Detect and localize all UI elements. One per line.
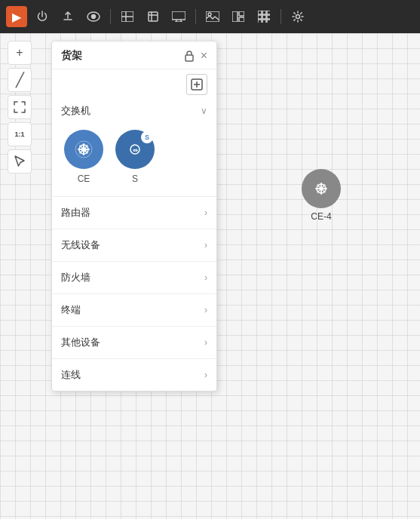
other-label: 其他设备 — [61, 336, 100, 349]
wireless-label: 无线设备 — [61, 238, 100, 252]
svg-rect-23 — [258, 20, 262, 23]
settings-icon[interactable] — [287, 6, 308, 27]
switch-section-header[interactable]: 交换机 ∨ — [52, 98, 216, 124]
cursor-button[interactable] — [8, 149, 32, 174]
canvas-area[interactable]: + ╱ 1:1 货架 × — [0, 33, 420, 519]
lock-icon[interactable] — [184, 50, 195, 62]
svg-rect-21 — [262, 15, 266, 19]
terminal-arrow: › — [204, 305, 207, 315]
svg-point-26 — [296, 15, 300, 19]
s-badge: S — [141, 131, 153, 143]
router-arrow: › — [204, 207, 207, 218]
toolbar: ▶ — [0, 0, 420, 33]
ratio-button[interactable]: 1:1 — [8, 122, 32, 146]
panel-add-button[interactable] — [186, 74, 207, 95]
device-ce[interactable]: ⇔ CE — [64, 130, 103, 184]
add-button[interactable]: + — [8, 41, 32, 65]
monitor-icon[interactable] — [168, 6, 189, 27]
svg-rect-17 — [258, 11, 262, 14]
firewall-label: 防火墙 — [61, 271, 90, 284]
links-label: 连线 — [61, 368, 81, 382]
router-label: 路由器 — [61, 206, 90, 220]
svg-rect-19 — [267, 11, 270, 14]
links-section[interactable]: 连线 › — [52, 358, 216, 391]
separator-3 — [281, 9, 281, 24]
draw-line-button[interactable]: ╱ — [8, 68, 32, 92]
svg-rect-25 — [267, 20, 270, 23]
layout-icon[interactable] — [228, 6, 249, 27]
grid-icon[interactable] — [253, 6, 274, 27]
svg-rect-18 — [262, 11, 266, 14]
svg-rect-20 — [258, 15, 262, 19]
power-icon[interactable] — [32, 6, 53, 27]
s-label: S — [132, 174, 138, 184]
svg-rect-24 — [262, 20, 266, 23]
crop-icon[interactable] — [143, 6, 164, 27]
svg-text:⇔: ⇔ — [81, 147, 87, 154]
svg-rect-8 — [172, 11, 185, 20]
ce4-label: CE-4 — [311, 211, 331, 222]
list-icon[interactable] — [117, 6, 138, 27]
svg-point-1 — [92, 15, 96, 19]
panel-header: 货架 × — [52, 41, 216, 69]
image-icon[interactable] — [202, 6, 223, 27]
firewall-section[interactable]: 防火墙 › — [52, 261, 216, 293]
svg-rect-16 — [239, 17, 244, 22]
wireless-section[interactable]: 无线设备 › — [52, 229, 216, 261]
panel-add-row — [52, 69, 216, 98]
canvas-node-ce4[interactable]: CE-4 — [302, 169, 341, 222]
svg-rect-27 — [185, 55, 193, 61]
terminal-section[interactable]: 终端 › — [52, 293, 216, 326]
links-arrow: › — [204, 370, 207, 380]
play-icon[interactable]: ▶ — [6, 6, 27, 27]
panel-title: 货架 — [61, 49, 82, 63]
wireless-arrow: › — [204, 240, 207, 250]
left-toolbar: + ╱ 1:1 — [8, 41, 32, 174]
panel-header-icons: × — [184, 49, 207, 63]
svg-rect-5 — [149, 12, 158, 21]
firewall-arrow: › — [204, 272, 207, 283]
terminal-label: 终端 — [61, 303, 81, 317]
svg-rect-15 — [239, 11, 244, 16]
shelf-panel: 货架 × 交换机 — [51, 41, 217, 392]
expand-button[interactable] — [8, 95, 32, 119]
ce-icon[interactable]: ⇔ — [64, 130, 103, 169]
device-grid: ⇔ CE ⇔ S S — [52, 124, 216, 196]
eye-icon[interactable] — [83, 6, 104, 27]
svg-text:⇔: ⇔ — [133, 147, 138, 154]
s-icon[interactable]: ⇔ S — [115, 130, 155, 169]
ce4-circle[interactable] — [302, 169, 341, 208]
separator-1 — [110, 9, 111, 24]
other-arrow: › — [204, 337, 207, 348]
ratio-label: 1:1 — [14, 131, 24, 138]
switch-section-label: 交换机 — [61, 104, 90, 118]
other-section[interactable]: 其他设备 › — [52, 326, 216, 358]
device-s[interactable]: ⇔ S S — [115, 130, 155, 184]
close-icon[interactable]: × — [201, 49, 207, 63]
export-icon[interactable] — [57, 6, 78, 27]
svg-rect-14 — [232, 11, 238, 22]
svg-rect-22 — [267, 15, 270, 19]
switch-section-arrow: ∨ — [201, 106, 207, 116]
separator-2 — [195, 9, 196, 24]
router-section[interactable]: 路由器 › — [52, 196, 216, 229]
ce-label: CE — [78, 174, 90, 184]
